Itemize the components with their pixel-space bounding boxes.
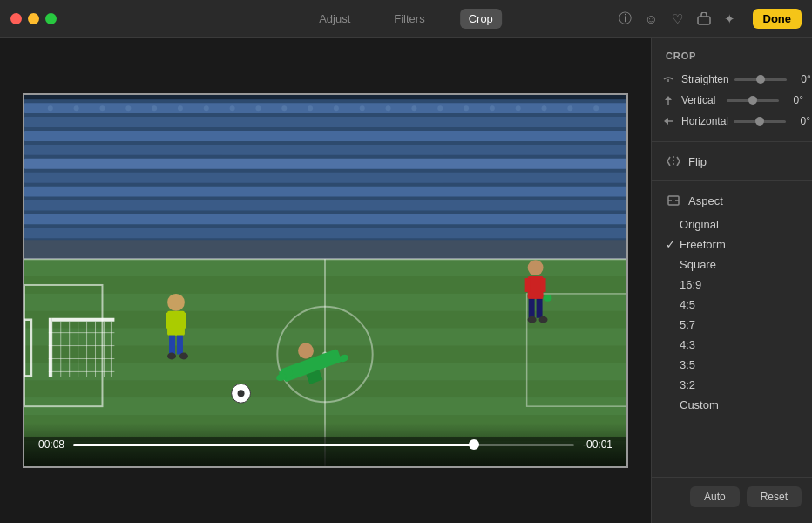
svg-rect-86 <box>537 299 543 318</box>
aspect-3-2[interactable]: 3:2 <box>652 375 812 395</box>
tab-adjust[interactable]: Adjust <box>310 9 359 29</box>
aspect-original[interactable]: Original <box>652 214 812 234</box>
title-bar-icons: ⓘ ☺ ♡ ✦ Done <box>617 9 802 29</box>
info-icon[interactable]: ⓘ <box>617 10 634 28</box>
remaining-time: -00:01 <box>583 438 612 451</box>
vertical-slider[interactable] <box>727 99 779 102</box>
right-panel: CROP Straighten 0° <box>651 38 812 523</box>
aspect-title-row: Aspect <box>652 188 812 213</box>
svg-point-93 <box>238 390 245 397</box>
maximize-button[interactable] <box>45 13 57 24</box>
svg-point-16 <box>125 105 131 111</box>
svg-point-90 <box>539 316 548 323</box>
svg-point-20 <box>230 105 235 111</box>
vertical-label: Vertical <box>681 94 721 106</box>
svg-point-24 <box>334 105 339 111</box>
svg-point-32 <box>542 105 547 111</box>
svg-rect-55 <box>49 318 52 377</box>
svg-rect-87 <box>525 278 531 292</box>
svg-rect-9 <box>24 187 626 197</box>
aspect-square[interactable]: Square <box>652 255 812 275</box>
svg-point-89 <box>528 316 537 323</box>
svg-rect-5 <box>24 131 626 141</box>
svg-rect-6 <box>24 145 626 155</box>
svg-point-26 <box>386 105 391 111</box>
aspect-3-5[interactable]: 3:5 <box>652 355 812 375</box>
svg-rect-88 <box>541 278 546 292</box>
scrubber-thumb[interactable] <box>469 439 479 450</box>
aspect-4-3[interactable]: 4:3 <box>652 335 812 355</box>
svg-point-29 <box>464 105 469 111</box>
svg-point-15 <box>99 105 105 111</box>
horizontal-slider[interactable] <box>734 120 786 123</box>
traffic-lights <box>10 13 57 24</box>
aspect-custom[interactable]: Custom <box>652 395 812 415</box>
aspect-5-7[interactable]: 5:7 <box>652 315 812 335</box>
svg-rect-71 <box>169 336 175 355</box>
svg-rect-12 <box>24 228 626 238</box>
svg-point-14 <box>74 105 79 111</box>
svg-point-75 <box>167 353 176 360</box>
svg-rect-0 <box>698 17 710 24</box>
minimize-button[interactable] <box>28 13 39 24</box>
tab-filters[interactable]: Filters <box>385 9 433 29</box>
svg-point-25 <box>360 105 365 111</box>
flip-label: Flip <box>688 155 707 168</box>
aspect-section: Aspect Original Freeform Square 16:9 4:5 <box>652 188 812 417</box>
panel-title: CROP <box>652 51 812 71</box>
auto-button[interactable]: Auto <box>690 486 740 507</box>
svg-point-27 <box>411 105 416 111</box>
svg-point-30 <box>490 105 495 111</box>
straighten-value: 0° <box>792 73 811 85</box>
divider-2 <box>652 180 812 181</box>
svg-point-33 <box>567 105 572 111</box>
svg-rect-4 <box>24 117 626 127</box>
svg-point-31 <box>516 105 521 111</box>
share-icon[interactable] <box>695 10 713 28</box>
svg-point-34 <box>593 105 599 111</box>
tab-crop[interactable]: Crop <box>460 9 502 29</box>
heart-icon[interactable]: ♡ <box>669 10 687 28</box>
svg-rect-73 <box>166 313 171 329</box>
svg-rect-74 <box>181 313 186 329</box>
scrubber-fill <box>73 444 474 446</box>
svg-point-22 <box>281 105 287 111</box>
svg-point-91 <box>544 295 552 302</box>
aspect-4-5[interactable]: 4:5 <box>652 295 812 315</box>
flip-row[interactable]: Flip <box>652 149 812 173</box>
done-button[interactable]: Done <box>753 9 802 29</box>
svg-rect-3 <box>24 103 626 113</box>
divider-1 <box>652 141 812 142</box>
vertical-row: Vertical 0° <box>660 92 803 108</box>
svg-point-19 <box>204 105 209 111</box>
svg-point-23 <box>308 105 313 111</box>
aspect-16-9[interactable]: 16:9 <box>652 275 812 295</box>
magic-wand-icon[interactable]: ✦ <box>721 10 739 28</box>
svg-rect-7 <box>24 159 626 169</box>
straighten-label: Straighten <box>681 73 729 85</box>
aspect-icon <box>666 193 681 208</box>
straighten-row: Straighten 0° <box>660 71 803 87</box>
svg-point-28 <box>437 105 443 111</box>
playback-bar: 00:08 -00:01 <box>38 438 612 451</box>
svg-rect-10 <box>24 200 626 211</box>
svg-rect-94 <box>24 95 626 99</box>
svg-point-69 <box>167 294 185 311</box>
straighten-slider[interactable] <box>734 78 787 81</box>
svg-point-83 <box>528 260 544 275</box>
main-content: 00:08 -00:01 CROP <box>0 38 812 523</box>
close-button[interactable] <box>10 13 22 24</box>
vertical-icon <box>660 92 676 108</box>
smiley-icon[interactable]: ☺ <box>643 10 660 28</box>
title-bar: Adjust Filters Crop ⓘ ☺ ♡ ✦ Done <box>0 0 812 38</box>
video-area: 00:08 -00:01 <box>0 38 651 523</box>
svg-rect-11 <box>24 214 626 224</box>
svg-rect-72 <box>177 336 183 355</box>
scrubber-track[interactable] <box>73 444 574 446</box>
reset-button[interactable]: Reset <box>747 486 802 507</box>
aspect-list: Original Freeform Square 16:9 4:5 5:7 <box>652 213 812 417</box>
straighten-icon <box>660 71 676 87</box>
aspect-freeform[interactable]: Freeform <box>652 234 812 255</box>
nav-tabs: Adjust Filters Crop <box>310 9 502 29</box>
svg-marker-97 <box>665 96 672 100</box>
